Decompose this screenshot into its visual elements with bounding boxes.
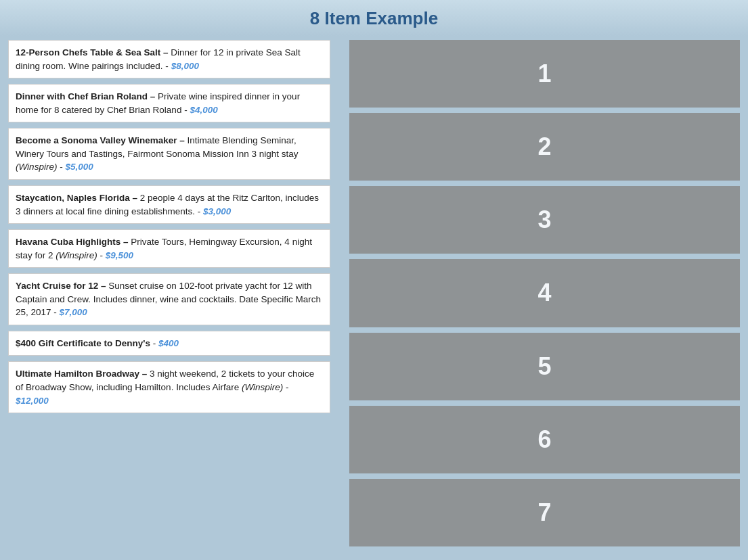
item-title: Ultimate Hamilton Broadway – <box>16 369 147 379</box>
list-item: $400 Gift Certificate to Denny's - $400 <box>8 331 330 356</box>
numbered-box-2: 2 <box>349 113 740 181</box>
main-layout: 12-Person Chefs Table & Sea Salt – Dinne… <box>0 36 748 560</box>
item-title: Yacht Cruise for 12 – <box>16 281 106 291</box>
list-item: Staycation, Naples Florida – 2 people 4 … <box>8 185 330 224</box>
item-title: Become a Sonoma Valley Winemaker – <box>16 135 185 145</box>
item-description2: - <box>57 162 65 172</box>
item-price: $3,000 <box>203 206 231 216</box>
numbered-box-5: 5 <box>349 333 740 400</box>
list-item: Dinner with Chef Brian Roland – Private … <box>8 84 330 122</box>
left-panel: 12-Person Chefs Table & Sea Salt – Dinne… <box>0 36 338 553</box>
item-note: (Winspire) <box>16 162 57 172</box>
item-note: (Winspire) <box>56 250 97 260</box>
numbered-box-7: 7 <box>349 479 740 546</box>
item-title: $400 Gift Certificate to Denny's <box>16 338 150 348</box>
right-panel: 1 2 3 4 5 6 7 <box>338 36 748 553</box>
numbered-box-1: 1 <box>349 40 740 108</box>
item-price: $7,000 <box>60 307 87 317</box>
item-price: $12,000 <box>16 396 49 406</box>
item-price: $4,000 <box>190 105 217 115</box>
numbered-box-4: 4 <box>349 259 740 327</box>
item-price: $5,000 <box>65 162 93 172</box>
item-title: Dinner with Chef Brian Roland – <box>16 91 155 101</box>
item-price: $9,500 <box>106 250 133 260</box>
list-item: 12-Person Chefs Table & Sea Salt – Dinne… <box>8 40 330 78</box>
list-item: Become a Sonoma Valley Winemaker – Intim… <box>8 128 330 180</box>
item-title: 12-Person Chefs Table & Sea Salt – <box>16 47 169 57</box>
item-price: $400 <box>158 338 179 348</box>
list-item: Ultimate Hamilton Broadway – 3 night wee… <box>8 361 330 413</box>
item-title: Staycation, Naples Florida – <box>16 193 137 203</box>
list-item: Havana Cuba Highlights – Private Tours, … <box>8 229 330 268</box>
numbered-box-3: 3 <box>349 186 740 254</box>
item-description2: - <box>97 250 106 260</box>
numbered-box-6: 6 <box>349 406 740 473</box>
page-title: 8 Item Example <box>0 0 748 36</box>
item-description: - <box>150 338 158 348</box>
item-note: (Winspire) <box>242 382 283 392</box>
item-price: $8,000 <box>171 61 199 71</box>
list-item: Yacht Cruise for 12 – Sunset cruise on 1… <box>8 273 330 325</box>
item-description2: - <box>283 382 288 392</box>
item-title: Havana Cuba Highlights – <box>16 237 129 247</box>
